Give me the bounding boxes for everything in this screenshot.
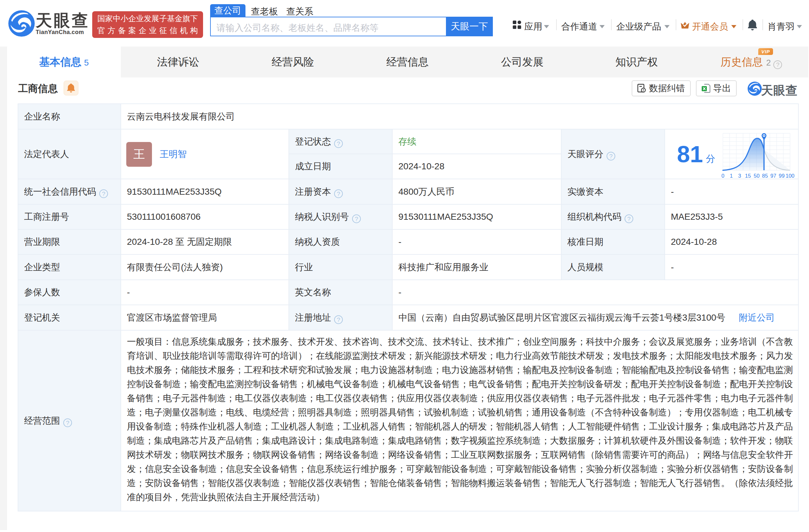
svg-text:97: 97 (771, 173, 776, 178)
svg-text:1: 1 (730, 173, 733, 178)
svg-text:3: 3 (738, 173, 741, 178)
svg-text:0: 0 (721, 173, 724, 178)
svg-text:100: 100 (786, 173, 794, 178)
svg-text:50: 50 (754, 173, 759, 178)
svg-text:99: 99 (779, 173, 785, 178)
svg-text:85: 85 (762, 173, 768, 178)
svg-text:15: 15 (745, 173, 751, 178)
